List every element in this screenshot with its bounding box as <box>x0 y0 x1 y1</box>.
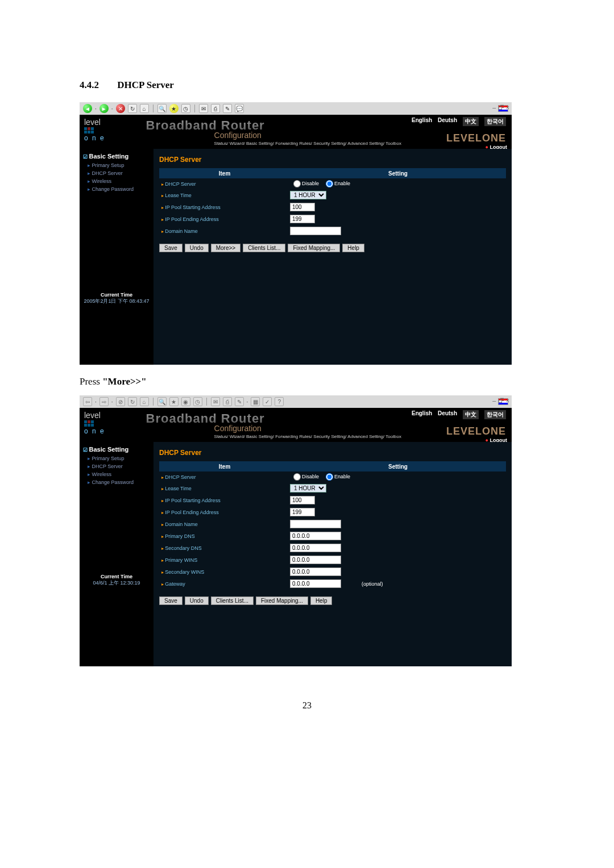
sidebar-group-basic[interactable]: Basic Setting <box>80 444 154 454</box>
discuss-icon[interactable]: ▦ <box>251 397 260 406</box>
toolbar-separator <box>153 105 154 112</box>
sidebar-item-change-password[interactable]: Change Password <box>80 185 154 193</box>
stop-icon[interactable]: ⊘ <box>116 397 125 406</box>
undo-button[interactable]: Undo <box>185 244 209 252</box>
back-icon[interactable]: ⇦ <box>83 397 92 406</box>
favorites-icon[interactable]: ★ <box>169 397 179 406</box>
help-icon[interactable]: ? <box>275 397 284 406</box>
sidebar-item-dhcp-server[interactable]: DHCP Server <box>80 462 154 470</box>
row-ip-start: IP Pool Starting Address <box>159 201 506 213</box>
fixed-mapping-button[interactable]: Fixed Mapping... <box>288 244 340 252</box>
router-body: Basic Setting Primary Setup DHCP Server … <box>80 442 512 666</box>
select-lease-time[interactable]: 1 HOUR <box>290 191 326 199</box>
input-ip-start[interactable] <box>290 496 315 504</box>
breadcrumb[interactable]: Status/ Wizard/ Basic Setting/ Forwardin… <box>214 434 401 439</box>
label-lease-time: Lease Time <box>159 486 290 491</box>
home-icon[interactable]: ⌂ <box>140 104 149 113</box>
banner: level o n e Broadband Router Configurati… <box>80 115 512 149</box>
save-button[interactable]: Save <box>159 244 182 252</box>
input-domain-name[interactable] <box>290 227 341 235</box>
panel-title: DHCP Server <box>159 446 506 461</box>
lang-korean[interactable]: 한국어 <box>484 117 506 126</box>
media-icon[interactable]: ◉ <box>181 397 190 406</box>
search-icon[interactable]: 🔍 <box>157 397 167 406</box>
radio-disable[interactable] <box>293 473 301 481</box>
radio-disable-label[interactable]: Disable <box>290 180 319 187</box>
history-icon[interactable]: ◷ <box>181 104 190 113</box>
forward-icon[interactable]: ⇨ <box>99 397 109 406</box>
label-lease-time: Lease Time <box>159 193 290 198</box>
radio-disable[interactable] <box>293 180 301 187</box>
refresh-icon[interactable]: ↻ <box>128 397 137 406</box>
input-domain-name[interactable] <box>290 520 341 528</box>
sidebar-item-dhcp-server[interactable]: DHCP Server <box>80 169 154 177</box>
sidebar-item-primary-setup[interactable]: Primary Setup <box>80 161 154 169</box>
label-ip-end: IP Pool Ending Address <box>159 510 290 515</box>
logout-link[interactable]: Logout <box>486 144 507 149</box>
row-ip-start: IP Pool Starting Address <box>159 494 506 506</box>
history-icon[interactable]: ◷ <box>193 397 202 406</box>
window-controls[interactable]: – 🗗 × <box>492 104 509 111</box>
more-button[interactable]: More>> <box>211 244 240 252</box>
discuss-icon[interactable]: 💬 <box>235 104 244 113</box>
forward-icon[interactable]: ► <box>99 104 109 113</box>
input-secondary-dns[interactable] <box>290 544 341 552</box>
sidebar-item-primary-setup[interactable]: Primary Setup <box>80 454 154 462</box>
save-button[interactable]: Save <box>159 596 182 605</box>
router-body: Basic Setting Primary Setup DHCP Server … <box>80 149 512 365</box>
clients-list-button[interactable]: Clients List... <box>243 244 285 252</box>
radio-disable-label[interactable]: Disable <box>290 473 319 481</box>
col-setting: Setting <box>290 170 506 177</box>
select-lease-time[interactable]: 1 HOUR <box>290 484 326 493</box>
favorites-icon[interactable]: ★ <box>169 104 179 113</box>
lang-english[interactable]: English <box>412 117 432 126</box>
lang-chinese[interactable]: 中文 <box>463 410 479 419</box>
logout-link[interactable]: Logout <box>486 437 507 442</box>
row-dhcp-server: DHCP Server Disable Enable <box>159 178 506 189</box>
lang-korean[interactable]: 한국어 <box>484 410 506 419</box>
radio-enable[interactable] <box>326 473 333 481</box>
fixed-mapping-button[interactable]: Fixed Mapping... <box>256 596 308 605</box>
help-button[interactable]: Help <box>342 244 364 252</box>
radio-enable-label[interactable]: Enable <box>322 473 350 481</box>
window-controls[interactable]: – 🗗 × <box>492 397 509 404</box>
radio-enable-label[interactable]: Enable <box>322 180 350 187</box>
print-icon[interactable]: ⎙ <box>223 397 232 406</box>
sidebar-item-wireless[interactable]: Wireless <box>80 177 154 185</box>
help-button[interactable]: Help <box>310 596 333 605</box>
clients-list-button[interactable]: Clients List... <box>211 596 254 605</box>
brand-logo: LEVELONE <box>446 132 506 144</box>
lang-deutsh[interactable]: Deutsh <box>438 410 457 419</box>
logo-level: level <box>84 118 142 126</box>
input-gateway[interactable] <box>290 579 341 588</box>
refresh-icon[interactable]: ↻ <box>128 104 137 113</box>
lang-english[interactable]: English <box>412 410 432 419</box>
lang-deutsh[interactable]: Deutsh <box>438 117 457 126</box>
sidebar-group-basic[interactable]: Basic Setting <box>80 151 154 161</box>
toolbar-dot: · <box>111 106 113 112</box>
mail-icon[interactable]: ✉ <box>199 104 208 113</box>
input-primary-dns[interactable] <box>290 532 341 540</box>
mail-icon[interactable]: ✉ <box>211 397 220 406</box>
undo-button[interactable]: Undo <box>185 596 209 605</box>
search-icon[interactable]: 🔍 <box>157 104 167 113</box>
lang-chinese[interactable]: 中文 <box>463 117 479 126</box>
input-ip-start[interactable] <box>290 203 315 211</box>
check-icon[interactable]: ✓ <box>263 397 272 406</box>
sidebar-item-change-password[interactable]: Change Password <box>80 478 154 486</box>
input-ip-end[interactable] <box>290 215 315 223</box>
input-primary-wins[interactable] <box>290 556 341 564</box>
home-icon[interactable]: ⌂ <box>140 397 149 406</box>
sidebar-item-wireless[interactable]: Wireless <box>80 470 154 478</box>
stop-icon[interactable]: ✕ <box>116 104 125 113</box>
print-icon[interactable]: ⎙ <box>211 104 220 113</box>
input-ip-end[interactable] <box>290 508 315 516</box>
col-setting: Setting <box>290 464 506 470</box>
edit-icon[interactable]: ✎ <box>223 104 232 113</box>
back-icon[interactable]: ◄ <box>83 104 92 113</box>
label-dhcp-server: DHCP Server <box>159 181 290 187</box>
edit-icon[interactable]: ✎ <box>235 397 244 406</box>
breadcrumb[interactable]: Status/ Wizard/ Basic Setting/ Forwardin… <box>214 141 401 146</box>
radio-enable[interactable] <box>326 180 333 187</box>
input-secondary-wins[interactable] <box>290 567 341 576</box>
